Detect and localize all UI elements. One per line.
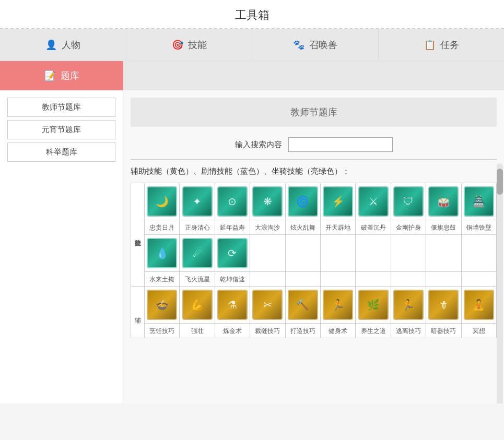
page-title: 工具箱 [0,0,504,29]
skill-icon-assist-1: 🍲 [147,290,177,320]
nav-skills[interactable]: 🎯 技能 [126,29,253,61]
empty-cell [461,235,496,272]
skill-icon-assist-6: 🏃 [323,290,353,320]
skill-name-cell: 铜墙铁壁 [461,220,496,235]
sidebar-item-teacher-day[interactable]: 教师节题库 [7,98,115,117]
skill-name-cell: 偃旗息鼓 [426,220,461,235]
top-nav: 👤 人物 🎯 技能 🐾 召唤兽 📋 任务 [0,29,504,61]
skill-icon-mount-10: 🏯 [464,186,494,217]
scrollbar-thumb[interactable] [497,169,503,195]
empty-cell [426,235,461,272]
skill-name-cell: 破釜沉丹 [356,220,391,235]
skill-name-cell: 正身清心 [180,220,215,235]
nav-character[interactable]: 👤 人物 [0,29,126,61]
skill-cell: 🗡 [426,287,461,324]
topic-bank-button[interactable]: 📝 题库 [0,61,123,90]
scrollable-content: 辅助技能（黄色）、剧情技能（蓝色）、坐骑技能（亮绿色）： 坐骑技能 🌙 ✦ [123,165,504,346]
empty-cell [356,272,391,287]
nav-summons[interactable]: 🐾 召唤兽 [252,29,379,61]
skill-cell: 🧘 [461,287,496,324]
skills-table: 坐骑技能 🌙 ✦ ⊙ ❋ [131,183,497,338]
skill-cell: 🏃 [320,287,355,324]
section-description: 辅助技能（黄色）、剧情技能（蓝色）、坐骑技能（亮绿色）： [131,165,497,177]
skill-cell: ✦ [180,183,215,220]
skill-cell: 🥁 [426,183,461,220]
topic-bank-row: 📝 题库 [0,61,504,90]
summons-icon: 🐾 [292,39,305,51]
empty-cell [426,272,461,287]
skill-cell: ❋ [250,183,285,220]
search-label: 输入搜索内容 [235,140,282,150]
skill-cell: 💧 [145,235,180,272]
sidebar-item-imperial-exam[interactable]: 科举题库 [7,142,115,162]
skill-name-cell: 乾坤借速 [215,272,250,287]
assist-names-row: 烹饪技巧 强壮 炼金术 裁缝技巧 打造技巧 健身术 养生之道 逃离技巧 暗器技巧… [131,324,497,338]
character-icon: 👤 [45,39,57,51]
skill-icon-assist-5: 🔨 [288,290,318,320]
skill-name-cell: 暗器技巧 [426,324,461,338]
empty-cell [320,235,355,272]
skill-name-cell: 飞火流星 [180,272,215,287]
skill-name-cell: 裁缝技巧 [250,324,285,338]
skill-name-cell: 炫火乱舞 [285,220,320,235]
skill-icon-mount-13: ⟳ [217,238,248,268]
empty-cell [461,272,496,287]
search-input[interactable] [288,137,393,152]
mount-skills-row1: 坐骑技能 🌙 ✦ ⊙ ❋ [131,183,497,220]
skill-icon-mount-6: ⚡ [323,186,353,217]
skill-cell: 💪 [180,287,215,324]
skill-cell: 🏃 [391,287,426,324]
skill-icon-assist-2: 💪 [182,290,213,320]
skill-icon-assist-4: ✂ [252,290,283,320]
skill-name-cell: 烹饪技巧 [145,324,180,338]
skill-icon-mount-9: 🥁 [428,186,459,217]
empty-cell [285,272,320,287]
skill-icon-assist-7: 🌿 [358,290,389,320]
skill-cell: 🌀 [285,183,320,220]
assist-skills-row: 辅 🍲 💪 ⚗ ✂ � [131,287,497,324]
main-layout: 教师节题库 元宵节题库 科举题库 教师节题库 输入搜索内容 辅助技能（黄色）、剧… [0,90,504,403]
divider [131,159,497,160]
skill-name-cell: 延年益寿 [215,220,250,235]
empty-cell [285,235,320,272]
skill-cell: ⊙ [215,183,250,220]
skill-cell: 🌿 [356,287,391,324]
scrollbar-track[interactable]: ▼ [497,163,503,403]
skill-cell: ⚡ [320,183,355,220]
empty-cell [356,235,391,272]
empty-cell [250,235,285,272]
sidebar-item-lantern[interactable]: 元宵节题库 [7,120,115,139]
empty-cell [391,272,426,287]
skill-name-cell: 养生之道 [356,324,391,338]
mount-skills-label: 坐骑技能 [131,183,145,287]
skills-icon: 🎯 [171,39,184,51]
topic-bank-icon: 📝 [44,69,56,82]
content-header: 教师节题库 [131,98,497,127]
skill-name-cell: 大浪淘沙 [250,220,285,235]
skill-icon-mount-5: 🌀 [288,186,318,217]
skill-icon-mount-7: ⚔ [358,186,389,217]
skill-cell: 🏯 [461,183,496,220]
empty-cell [320,272,355,287]
skill-name-cell: 开天辟地 [320,220,355,235]
skill-icon-assist-10: 🧘 [464,290,494,320]
empty-cell [391,235,426,272]
skill-name-cell: 打造技巧 [285,324,320,338]
skill-icon-assist-8: 🏃 [393,290,424,320]
assist-skills-label: 辅 [131,287,145,338]
sidebar: 教师节题库 元宵节题库 科举题库 [0,90,123,403]
skill-cell: ⟳ [215,235,250,272]
skill-cell: 🌙 [145,183,180,220]
skill-name-cell: 忠贵日月 [145,220,180,235]
skill-icon-mount-3: ⊙ [217,186,248,217]
skill-icon-assist-9: 🗡 [428,290,459,320]
skill-cell: 🛡 [391,183,426,220]
skill-icon-mount-4: ❋ [252,186,283,217]
empty-cell [250,272,285,287]
skill-cell: ☄ [180,235,215,272]
skill-name-cell: 健身术 [320,324,355,338]
skill-cell: ✂ [250,287,285,324]
mount-names-row2: 水来土掩 飞火流星 乾坤借速 [131,272,497,287]
nav-tasks[interactable]: 📋 任务 [379,29,505,61]
skill-name-cell: 冥想 [461,324,496,338]
